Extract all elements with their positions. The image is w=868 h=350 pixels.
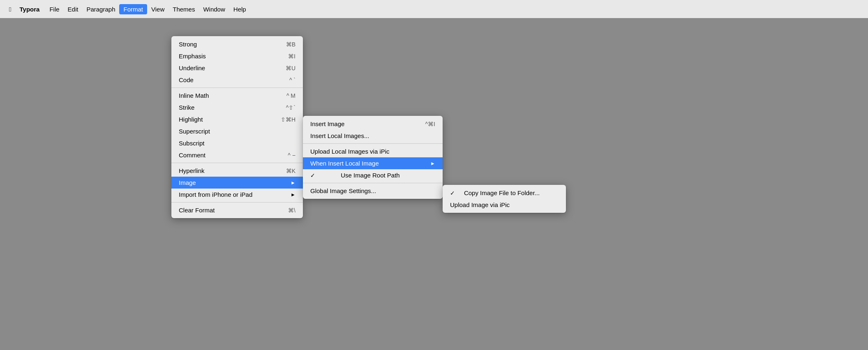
apple-menu[interactable]:  [5, 4, 15, 14]
clear-format-shortcut: ⌘\ [288, 207, 295, 214]
copy-image-file-item[interactable]: ✓ Copy Image File to Folder... [443, 187, 566, 199]
import-iphone-label: Import from iPhone or iPad [179, 191, 252, 198]
separator-3 [171, 202, 303, 203]
code-shortcut: ^ ` [289, 77, 295, 83]
file-menu[interactable]: File [45, 4, 63, 14]
when-insert-local-label: When Insert Local Image [310, 160, 379, 167]
format-dropdown-menu: Strong ⌘B Emphasis ⌘I Underline ⌘U Code … [171, 36, 303, 218]
underline-item[interactable]: Underline ⌘U [171, 62, 303, 74]
code-item[interactable]: Code ^ ` [171, 74, 303, 86]
emphasis-label: Emphasis [179, 53, 206, 60]
comment-shortcut: ^ − [288, 152, 295, 159]
comment-item[interactable]: Comment ^ − [171, 149, 303, 161]
separator-1 [171, 88, 303, 88]
app-name[interactable]: Typora [15, 4, 44, 14]
when-insert-local-item[interactable]: When Insert Local Image ► [303, 157, 443, 169]
clear-format-item[interactable]: Clear Format ⌘\ [171, 204, 303, 216]
clear-format-label: Clear Format [179, 207, 215, 214]
underline-label: Underline [179, 64, 205, 71]
separator-2 [171, 163, 303, 163]
image-item[interactable]: Image ► [171, 177, 303, 189]
window-menu[interactable]: Window [199, 4, 229, 14]
strike-item[interactable]: Strike ^⇧` [171, 101, 303, 113]
paragraph-menu[interactable]: Paragraph [82, 4, 119, 14]
copy-image-checkmark: ✓ [450, 190, 455, 196]
insert-image-label: Insert Image [310, 120, 344, 127]
global-image-settings-label: Global Image Settings... [310, 187, 376, 194]
import-arrow-icon: ► [291, 192, 295, 198]
menubar:  Typora File Edit Paragraph Format View… [0, 0, 868, 18]
superscript-label: Superscript [179, 128, 210, 135]
inline-math-shortcut: ^ M [286, 92, 295, 99]
hyperlink-item[interactable]: Hyperlink ⌘K [171, 165, 303, 177]
strong-shortcut: ⌘B [286, 41, 295, 48]
inline-math-item[interactable]: Inline Math ^ M [171, 90, 303, 101]
strong-label: Strong [179, 41, 197, 48]
image-submenu: Insert Image ^⌘I Insert Local Images... … [303, 116, 443, 199]
hyperlink-shortcut: ⌘K [286, 168, 295, 174]
global-image-settings-item[interactable]: Global Image Settings... [303, 185, 443, 197]
upload-image-ipic-label: Upload Image via iPic [450, 201, 510, 208]
highlight-label: Highlight [179, 116, 203, 123]
upload-local-label: Upload Local Images via iPic [310, 148, 390, 155]
inline-math-label: Inline Math [179, 92, 209, 99]
image-arrow-icon: ► [291, 180, 295, 186]
image-label: Image [179, 179, 196, 186]
help-menu[interactable]: Help [229, 4, 250, 14]
strike-shortcut: ^⇧` [286, 104, 295, 111]
copy-image-file-label: Copy Image File to Folder... [464, 189, 540, 196]
superscript-item[interactable]: Superscript [171, 125, 303, 137]
upload-image-ipic-item[interactable]: Upload Image via iPic [443, 199, 566, 211]
code-label: Code [179, 76, 194, 83]
view-menu[interactable]: View [147, 4, 169, 14]
strike-label: Strike [179, 104, 194, 111]
themes-menu[interactable]: Themes [169, 4, 199, 14]
highlight-shortcut: ⇧⌘H [281, 116, 295, 123]
comment-label: Comment [179, 152, 205, 159]
format-menu[interactable]: Format [119, 4, 147, 14]
use-image-root-label: Use Image Root Path [341, 172, 399, 179]
when-insert-arrow-icon: ► [430, 161, 435, 166]
upload-local-item[interactable]: Upload Local Images via iPic [303, 145, 443, 157]
image-sep-1 [303, 143, 443, 144]
edit-menu[interactable]: Edit [64, 4, 83, 14]
insert-local-label: Insert Local Images... [310, 132, 369, 139]
use-image-root-checkmark: ✓ [310, 172, 315, 179]
emphasis-shortcut: ⌘I [288, 53, 295, 60]
insert-image-shortcut: ^⌘I [425, 121, 435, 127]
use-image-root-item[interactable]: ✓ Use Image Root Path [303, 169, 443, 181]
highlight-item[interactable]: Highlight ⇧⌘H [171, 113, 303, 125]
subscript-item[interactable]: Subscript [171, 137, 303, 149]
local-image-submenu: ✓ Copy Image File to Folder... Upload Im… [443, 185, 566, 213]
hyperlink-label: Hyperlink [179, 167, 205, 174]
insert-image-item[interactable]: Insert Image ^⌘I [303, 118, 443, 130]
insert-local-item[interactable]: Insert Local Images... [303, 130, 443, 142]
subscript-label: Subscript [179, 140, 205, 147]
strong-item[interactable]: Strong ⌘B [171, 38, 303, 50]
image-sep-2 [303, 183, 443, 183]
underline-shortcut: ⌘U [286, 65, 295, 71]
emphasis-item[interactable]: Emphasis ⌘I [171, 50, 303, 62]
import-iphone-item[interactable]: Import from iPhone or iPad ► [171, 189, 303, 200]
